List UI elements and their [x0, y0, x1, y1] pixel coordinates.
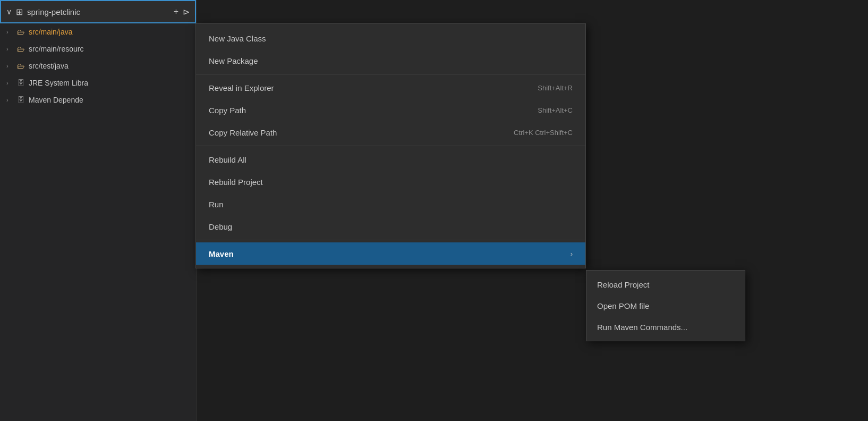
sidebar-panel: ∨ ⊞ spring-petclinic + ⊳ › 🗁 src/main/ja… [0, 0, 197, 421]
menu-item-maven[interactable]: Maven › [196, 242, 585, 265]
menu-item-new-package[interactable]: New Package [196, 49, 585, 72]
menu-item-reveal-in-explorer[interactable]: Reveal in Explorer Shift+Alt+R [196, 77, 585, 99]
menu-item-label: Copy Relative Path [209, 128, 277, 137]
expand-arrow-icon: › [6, 97, 13, 103]
menu-divider [196, 146, 585, 146]
menu-item-label: Debug [209, 222, 232, 231]
nav-icon[interactable]: ⊳ [183, 7, 190, 17]
sidebar-item-src-test-java[interactable]: › 🗁 src/test/java [0, 57, 196, 74]
expand-arrow-icon: › [6, 63, 13, 69]
menu-item-label: Reveal in Explorer [209, 83, 274, 92]
sidebar-item-label: src/main/java [29, 28, 72, 36]
submenu-item-run-maven-commands[interactable]: Run Maven Commands... [586, 316, 745, 338]
menu-item-label: New Package [209, 56, 258, 65]
submenu-arrow-icon: › [571, 250, 573, 258]
submenu-item-reload-project[interactable]: Reload Project [586, 274, 745, 295]
context-menu: New Java Class New Package Reveal in Exp… [195, 23, 586, 268]
menu-item-label: Rebuild All [209, 155, 246, 164]
sidebar-item-src-main-resources[interactable]: › 🗁 src/main/resourc [0, 40, 196, 57]
menu-item-debug[interactable]: Debug [196, 215, 585, 238]
menu-divider [196, 74, 585, 74]
sidebar-item-label: Maven Depende [29, 96, 83, 104]
menu-item-run[interactable]: Run [196, 193, 585, 215]
submenu-item-label: Run Maven Commands... [597, 323, 687, 332]
shortcut-label: Shift+Alt+R [538, 84, 573, 92]
project-title: spring-petclinic [27, 7, 80, 16]
folder-icon: 🗁 [17, 45, 24, 53]
sidebar-item-label: JRE System Libra [29, 79, 88, 87]
expand-arrow-icon: › [6, 80, 13, 86]
menu-item-copy-path[interactable]: Copy Path Shift+Alt+C [196, 99, 585, 121]
sidebar-header-actions: + ⊳ [174, 7, 190, 17]
lib-icon: 🗄 [17, 79, 24, 87]
menu-item-new-java-class[interactable]: New Java Class [196, 27, 585, 49]
expand-arrow-icon: › [6, 46, 13, 52]
menu-item-copy-relative-path[interactable]: Copy Relative Path Ctrl+K Ctrl+Shift+C [196, 121, 585, 144]
expand-arrow-icon: › [6, 29, 13, 35]
menu-item-label: Maven [209, 249, 234, 258]
menu-item-label: Rebuild Project [209, 178, 263, 187]
submenu-item-label: Reload Project [597, 280, 649, 289]
sidebar-item-src-main-java[interactable]: › 🗁 src/main/java [0, 23, 196, 40]
submenu-item-label: Open POM file [597, 301, 649, 310]
shortcut-label: Ctrl+K Ctrl+Shift+C [514, 129, 573, 137]
menu-item-rebuild-project[interactable]: Rebuild Project [196, 171, 585, 193]
sidebar-item-label: src/test/java [29, 62, 69, 70]
sidebar-header-left: ∨ ⊞ spring-petclinic [6, 7, 80, 17]
menu-item-rebuild-all[interactable]: Rebuild All [196, 148, 585, 171]
add-icon[interactable]: + [174, 7, 178, 16]
menu-item-label: New Java Class [209, 34, 266, 43]
sidebar-item-jre-library[interactable]: › 🗄 JRE System Libra [0, 74, 196, 91]
project-icon: ⊞ [16, 7, 23, 17]
folder-icon: 🗁 [17, 62, 24, 70]
sidebar-item-maven-dependencies[interactable]: › 🗄 Maven Depende [0, 91, 196, 108]
menu-item-label: Copy Path [209, 106, 246, 115]
collapse-icon[interactable]: ∨ [6, 7, 12, 16]
shortcut-label: Shift+Alt+C [538, 106, 573, 114]
submenu-item-open-pom[interactable]: Open POM file [586, 295, 745, 316]
submenu-maven: Reload Project Open POM file Run Maven C… [586, 270, 745, 341]
sidebar-item-label: src/main/resourc [29, 45, 83, 53]
sidebar-header: ∨ ⊞ spring-petclinic + ⊳ [0, 0, 196, 23]
folder-icon: 🗁 [17, 28, 24, 36]
menu-item-label: Run [209, 200, 224, 209]
menu-divider [196, 240, 585, 240]
lib-icon: 🗄 [17, 96, 24, 104]
